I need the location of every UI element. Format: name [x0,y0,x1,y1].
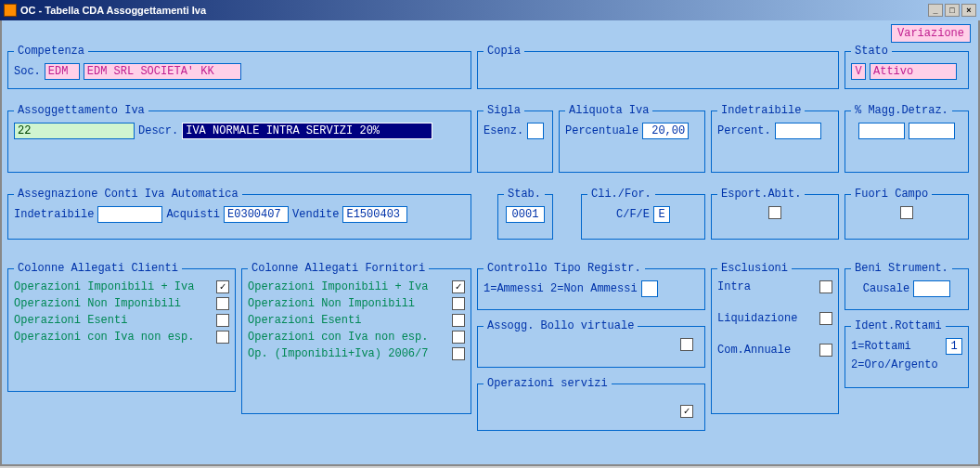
assegn-ven-label: Vendite [292,208,339,221]
aliquota-legend: Aliquota Iva [565,104,652,117]
colonne-clienti-item-label: Operazioni Imponibili + Iva [14,280,194,293]
esclusioni-item-checkbox[interactable] [819,312,832,325]
beni-strument-label: Causale [863,282,909,295]
colonne-clienti-item-checkbox[interactable] [216,314,229,327]
esclusioni-item-checkbox[interactable] [819,280,832,293]
rottami-row2-label: 2=Oro/Argento [851,358,938,371]
assoggettamento-legend: Assoggettamento Iva [14,104,148,117]
rottami-row1-input[interactable] [946,338,962,355]
magg-detraz-legend: % Magg.Detraz. [851,104,952,117]
maximize-button[interactable]: □ [945,4,960,17]
bollo-group: Assogg. Bollo virtuale [477,319,705,368]
assegn-indetr-label: Indetraibile [14,208,94,221]
controllo-registr-legend: Controllo Tipo Registr. [484,262,645,275]
colonne-fornitori-item-label: Operazioni Esenti [248,314,361,327]
assogg-descr-input[interactable] [182,123,432,139]
magg-detraz-input1[interactable] [858,123,905,139]
colonne-fornitori-item-checkbox[interactable] [452,314,465,327]
esclusioni-legend: Esclusioni [717,262,792,275]
colonne-clienti-item-label: Operazioni Esenti [14,314,127,327]
assoggettamento-group: Assoggettamento Iva Descr. [7,104,471,173]
colonne-clienti-item-checkbox[interactable]: ✓ [216,280,229,293]
assegn-indetr-input[interactable] [97,206,162,223]
esclusioni-item-label: Com.Annuale [717,344,791,357]
stato-flag-input[interactable] [851,63,866,80]
magg-detraz-input2[interactable] [909,123,955,139]
stab-group: Stab. [497,188,553,240]
colonne-clienti-item-checkbox[interactable] [216,297,229,310]
controllo-hint: 1=Ammessi 2=Non Ammessi [484,282,638,295]
esport-abit-group: Esport.Abit. [711,188,839,240]
indetraibile-legend: Indetraibile [717,104,805,117]
colonne-fornitori-item-checkbox[interactable]: ✓ [452,280,465,293]
bollo-checkbox[interactable] [680,338,693,351]
colonne-clienti-group: Colonne Allegati Clienti Operazioni Impo… [7,262,236,392]
colonne-fornitori-item-label: Operazioni Non Imponibili [248,297,415,310]
colonne-fornitori-item-checkbox[interactable] [452,347,465,360]
stato-legend: Stato [851,45,892,58]
descr-label: Descr. [138,124,178,137]
assegnazione-conti-legend: Assegnazione Conti Iva Automatica [14,188,242,201]
beni-strument-input[interactable] [913,280,950,297]
operazioni-servizi-legend: Operazioni servizi [484,377,612,390]
indetr-perc-label: Percent. [717,124,771,137]
assegn-acq-label: Acquisti [166,208,220,221]
aliquota-perc-input[interactable] [642,123,689,139]
workspace: Variazione Competenza Soc. Copia Stato A… [0,20,980,466]
stab-legend: Stab. [504,188,545,201]
colonne-fornitori-item-checkbox[interactable] [452,297,465,310]
colonne-clienti-legend: Colonne Allegati Clienti [14,262,182,275]
fuori-campo-legend: Fuori Campo [851,188,932,201]
colonne-clienti-item-label: Operazioni con Iva non esp. [14,331,194,344]
app-icon [4,4,17,17]
assegn-acq-input[interactable] [224,206,289,223]
operazioni-servizi-group: Operazioni servizi ✓ [477,377,705,431]
stato-value-input[interactable] [870,63,957,80]
ident-rottami-legend: Ident.Rottami [851,319,946,332]
esclusioni-group: Esclusioni IntraLiquidazioneCom.Annuale [711,262,839,414]
close-button[interactable]: × [961,4,976,17]
clifor-legend: Cli./For. [587,188,655,201]
beni-strument-legend: Beni Strument. [851,262,952,275]
indetraibile-group: Indetraibile Percent. [711,104,839,173]
stab-input[interactable] [506,206,545,223]
esenz-label: Esenz. [484,124,523,137]
fuori-campo-checkbox[interactable] [900,206,913,219]
mode-badge: Variazione [891,24,971,43]
rottami-row1-label: 1=Rottami [851,340,911,353]
competenza-legend: Competenza [14,45,88,58]
esenz-input[interactable] [527,123,544,139]
ident-rottami-group: Ident.Rottami 1=Rottami 2=Oro/Argento [845,319,969,388]
assegnazione-conti-group: Assegnazione Conti Iva Automatica Indetr… [7,188,471,240]
aliquota-perc-label: Percentuale [565,124,638,137]
copia-legend: Copia [484,45,524,58]
esclusioni-item-checkbox[interactable] [819,344,832,357]
soc-code-input[interactable] [45,63,80,80]
minimize-button[interactable]: _ [928,4,943,17]
operazioni-servizi-checkbox[interactable]: ✓ [680,405,693,418]
colonne-clienti-item-checkbox[interactable] [216,331,229,344]
copia-group: Copia [477,45,839,89]
window-title: OC - Tabella CDA Assoggettamenti Iva [20,5,206,16]
colonne-fornitori-item-checkbox[interactable] [452,331,465,344]
assogg-code-input[interactable] [14,123,135,139]
colonne-clienti-item-label: Operazioni Non Imponibili [14,297,181,310]
sigla-group: Sigla Esenz. [477,104,553,173]
colonne-fornitori-legend: Colonne Allegati Fornitori [248,262,429,275]
controllo-input[interactable] [641,280,658,297]
esclusioni-item-label: Liquidazione [717,312,797,325]
clifor-group: Cli./For. C/F/E [581,188,705,240]
colonne-fornitori-item-label: Operazioni Imponibili + Iva [248,280,428,293]
sigla-legend: Sigla [484,104,524,117]
beni-strument-group: Beni Strument. Causale [845,262,969,310]
soc-desc-input[interactable] [84,63,241,80]
esport-abit-checkbox[interactable] [768,206,781,219]
indetr-perc-input[interactable] [775,123,821,139]
assegn-ven-input[interactable] [342,206,407,223]
competenza-group: Competenza Soc. [7,45,471,89]
colonne-fornitori-group: Colonne Allegati Fornitori Operazioni Im… [241,262,471,414]
stato-group: Stato [845,45,969,89]
esclusioni-item-label: Intra [717,280,751,293]
clifor-input[interactable] [653,206,670,223]
esport-abit-legend: Esport.Abit. [717,188,805,201]
